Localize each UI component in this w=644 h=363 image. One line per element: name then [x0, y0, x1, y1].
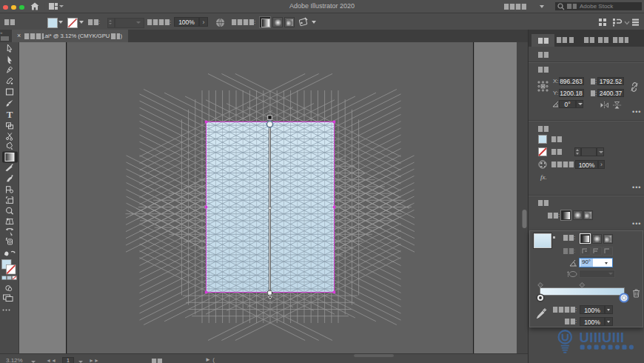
svg-text:T: T — [7, 109, 13, 120]
svg-text:UIIIUIII: UIIIUIII — [580, 330, 625, 345]
